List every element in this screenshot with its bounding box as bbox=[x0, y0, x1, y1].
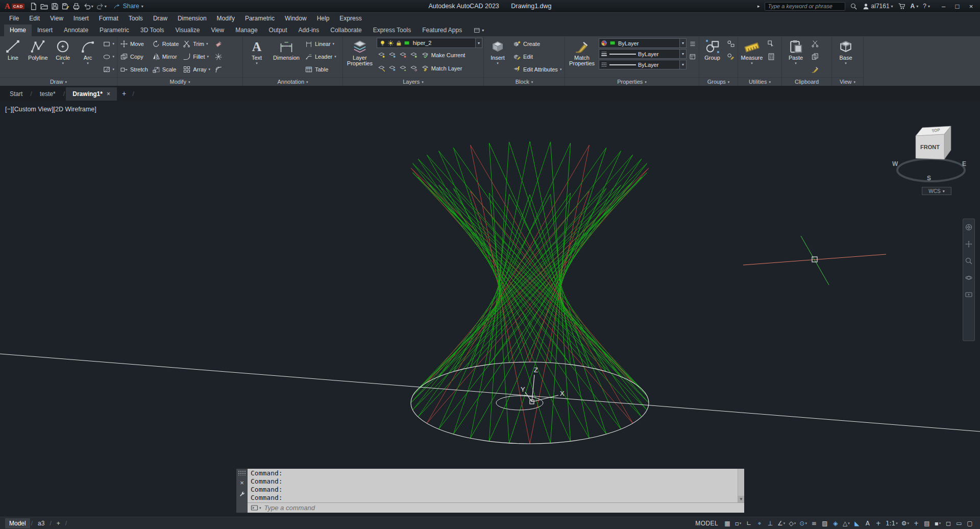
annotation-monitor-icon[interactable]: + bbox=[911, 518, 921, 528]
restore-button[interactable]: □ bbox=[950, 1, 964, 12]
command-window-grip[interactable]: × bbox=[236, 469, 248, 513]
ribbon-display-toggle[interactable]: ▾ bbox=[474, 27, 484, 36]
layer-tool-layerf-icon[interactable] bbox=[387, 62, 398, 75]
workspace-icon[interactable]: ⚙▾ bbox=[900, 518, 911, 528]
erase-button[interactable] bbox=[213, 37, 224, 50]
show-motion-icon[interactable] bbox=[965, 291, 973, 300]
table-button[interactable]: Table bbox=[303, 63, 338, 76]
ribbon-tab-add-ins[interactable]: Add-ins bbox=[293, 25, 325, 36]
infer-constraints-icon[interactable]: ∟ bbox=[744, 518, 754, 528]
annotation-visibility-icon[interactable]: A bbox=[863, 518, 873, 528]
quickcalc-button[interactable] bbox=[766, 50, 777, 63]
panel-footer-block[interactable]: Block▾ bbox=[484, 77, 565, 86]
minimize-button[interactable]: – bbox=[937, 1, 950, 12]
menu-window[interactable]: Window bbox=[280, 13, 312, 24]
fillet-button[interactable]: Fillet▾ bbox=[181, 50, 212, 63]
lineweight-dropdown[interactable]: ByLayer▾ bbox=[599, 49, 687, 59]
zoom-icon[interactable] bbox=[965, 257, 973, 267]
search-icon[interactable] bbox=[850, 3, 857, 10]
sheet-icon[interactable] bbox=[688, 50, 698, 63]
store-cart-icon[interactable] bbox=[898, 2, 906, 10]
new-layout-button[interactable]: + bbox=[53, 518, 64, 528]
osnap-icon[interactable]: ⊙▾ bbox=[798, 518, 808, 528]
open-file-icon[interactable] bbox=[39, 1, 50, 11]
layer-tool-layerg-icon[interactable] bbox=[398, 62, 408, 75]
edit-button[interactable]: Edit bbox=[511, 50, 563, 63]
grip-dots-icon[interactable] bbox=[238, 470, 246, 475]
match-layer-button[interactable]: Match Layer bbox=[420, 62, 464, 75]
scroll-down-icon[interactable]: ▼ bbox=[738, 496, 744, 502]
trim-button[interactable]: Trim▾ bbox=[181, 37, 212, 50]
ribbon-tab-collaborate[interactable]: Collaborate bbox=[325, 25, 367, 36]
matchprops-button[interactable] bbox=[810, 63, 821, 76]
line-button[interactable]: Line bbox=[1, 37, 25, 77]
autodesk-app-button[interactable]: A▾ bbox=[911, 3, 919, 10]
close-tab-icon[interactable]: × bbox=[107, 90, 110, 98]
file-tab-start[interactable]: Start bbox=[3, 87, 29, 101]
graphics-performance-icon[interactable]: ▭ bbox=[954, 518, 964, 528]
menu-help[interactable]: Help bbox=[312, 13, 335, 24]
menu-tools[interactable]: Tools bbox=[124, 13, 148, 24]
layout-tab-a3[interactable]: a3 bbox=[34, 518, 48, 528]
drawing-canvas[interactable]: ZXY bbox=[0, 101, 980, 517]
lineweight-caret-icon[interactable]: ▾ bbox=[679, 50, 686, 58]
command-scrollbar[interactable]: ▼ bbox=[738, 469, 744, 502]
panel-footer-view[interactable]: View▾ bbox=[832, 77, 863, 86]
menu-edit[interactable]: Edit bbox=[24, 13, 45, 24]
full-navigation-wheel-icon[interactable] bbox=[965, 223, 973, 233]
search-expand-icon[interactable]: ▸ bbox=[757, 4, 760, 9]
ribbon-tab-parametric[interactable]: Parametric bbox=[94, 25, 135, 36]
panel-footer-draw[interactable]: Draw▾ bbox=[0, 77, 117, 86]
dynamic-input-icon[interactable]: ⌖ bbox=[754, 518, 765, 528]
ribbon-tab-insert[interactable]: Insert bbox=[32, 25, 58, 36]
move-button[interactable]: Move bbox=[118, 37, 150, 50]
layer-dropdown-caret-icon[interactable]: ▾ bbox=[475, 38, 482, 47]
ribbon-tab-annotate[interactable]: Annotate bbox=[58, 25, 94, 36]
autoscale-icon[interactable]: + bbox=[873, 518, 884, 528]
file-tab-drawing1[interactable]: Drawing1*× bbox=[66, 87, 117, 101]
groupedit-button[interactable] bbox=[725, 50, 737, 63]
linear-button[interactable]: Linear▾ bbox=[303, 37, 338, 50]
leader-button[interactable]: Leader▾ bbox=[303, 50, 338, 63]
menu-express[interactable]: Express bbox=[334, 13, 366, 24]
share-button[interactable]: Share ▾ bbox=[113, 3, 143, 10]
help-button[interactable]: ?▾ bbox=[923, 3, 930, 10]
layer-properties-button[interactable]: Layer Properties bbox=[344, 37, 376, 77]
menu-dimension[interactable]: Dimension bbox=[173, 13, 212, 24]
circle-button[interactable]: Circle▾ bbox=[51, 37, 75, 77]
menu-view[interactable]: View bbox=[45, 13, 68, 24]
isolate-objects-icon[interactable]: ◻ bbox=[943, 518, 953, 528]
quick-properties-icon[interactable]: ▤ bbox=[922, 518, 932, 528]
linetype-dropdown[interactable]: ByLayer▾ bbox=[599, 60, 687, 69]
viewport-minimize-control[interactable]: [−] bbox=[5, 106, 12, 113]
group-button[interactable]: Group bbox=[700, 37, 724, 77]
undo-caret-icon[interactable]: ▾ bbox=[91, 4, 93, 9]
signin-menu[interactable]: al7161 ▾ bbox=[862, 3, 893, 10]
polyline-button[interactable]: Polyline bbox=[26, 37, 50, 77]
osnap-3d-icon[interactable]: △▾ bbox=[841, 518, 851, 528]
ribbon-tab-featured-apps[interactable]: Featured Apps bbox=[416, 25, 468, 36]
plot-icon[interactable] bbox=[71, 1, 82, 11]
menu-insert[interactable]: Insert bbox=[68, 13, 94, 24]
polar-tracking-icon[interactable]: ∠▾ bbox=[776, 518, 787, 528]
autocad-logo[interactable]: A CAD bbox=[2, 3, 28, 10]
viewport-view-control[interactable]: [Custom View] bbox=[12, 106, 53, 113]
orbit-icon[interactable] bbox=[965, 274, 973, 283]
array-button[interactable]: Array▾ bbox=[181, 63, 212, 76]
scale-button[interactable]: Scale bbox=[151, 63, 180, 76]
ribbon-tab-3d-tools[interactable]: 3D Tools bbox=[135, 25, 169, 36]
command-close-icon[interactable]: × bbox=[240, 480, 244, 486]
layer-tool-layerb-icon[interactable] bbox=[387, 49, 398, 61]
panel-footer-properties[interactable]: Properties▾ bbox=[565, 77, 699, 86]
annotation-scale[interactable]: 1:1▾ bbox=[884, 518, 899, 528]
grid-icon[interactable]: ▦ bbox=[722, 518, 732, 528]
redo-icon[interactable] bbox=[95, 1, 106, 11]
cut-button[interactable] bbox=[810, 37, 821, 50]
stretch-button[interactable]: Stretch bbox=[118, 63, 150, 76]
new-file-icon[interactable] bbox=[28, 1, 39, 11]
color-caret-icon[interactable]: ▾ bbox=[679, 39, 686, 47]
base-button[interactable]: Base▾ bbox=[833, 37, 859, 77]
menu-format[interactable]: Format bbox=[94, 13, 124, 24]
ribbon-tab-home[interactable]: Home bbox=[4, 25, 32, 36]
menu-parametric[interactable]: Parametric bbox=[240, 13, 280, 24]
